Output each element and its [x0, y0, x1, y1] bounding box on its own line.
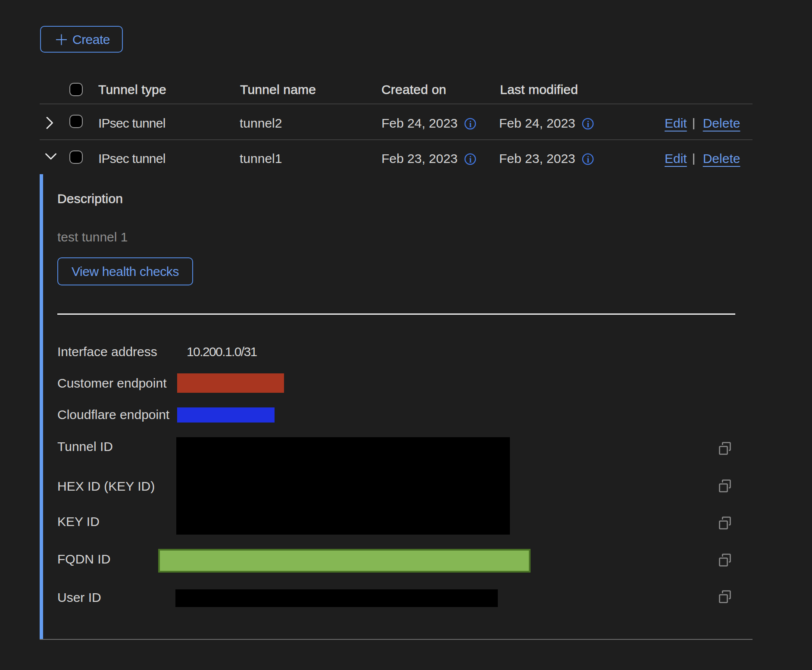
svg-text:i: i: [587, 119, 590, 129]
svg-text:i: i: [587, 155, 590, 164]
svg-text:i: i: [469, 155, 472, 164]
svg-text:i: i: [469, 119, 472, 129]
